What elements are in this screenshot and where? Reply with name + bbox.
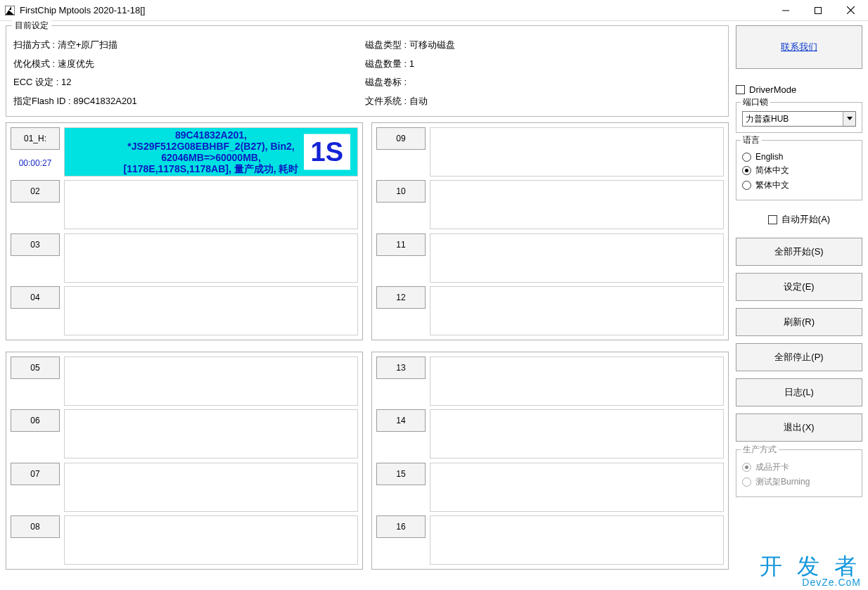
language-group: 语言 English 简体中文 繁体中文 <box>736 140 862 200</box>
port-lock-group: 端口锁 力普森HUB <box>736 102 862 133</box>
port-button-16[interactable]: 16 <box>376 515 426 538</box>
port-group-2: 09 10 11 12 <box>371 122 729 340</box>
radio-icon <box>742 463 751 472</box>
checkbox-icon <box>768 215 777 224</box>
port-slot-02: 02 <box>11 180 358 229</box>
port-info-07 <box>64 463 358 512</box>
maximize-button[interactable] <box>802 0 834 21</box>
svg-marker-5 <box>847 117 853 120</box>
port-slot-07: 07 <box>11 463 358 512</box>
production-mode-group: 生产方式 成品开卡 测试架Burning <box>736 449 862 497</box>
port-slot-01: 01_H: 00:00:27 89C41832A201, *JS29F512G0… <box>11 127 358 177</box>
port-info-15 <box>430 463 724 512</box>
lang-english-radio[interactable]: English <box>742 152 856 162</box>
settings-button[interactable]: 设定(E) <box>736 273 862 301</box>
port-info-09 <box>430 127 724 177</box>
ecc-row: ECC 设定 : 12 <box>13 77 365 88</box>
refresh-button[interactable]: 刷新(R) <box>736 308 862 336</box>
port-info-08 <box>64 515 358 565</box>
stop-all-button[interactable]: 全部停止(P) <box>736 343 862 371</box>
lang-simplified-radio[interactable]: 简体中文 <box>742 165 856 177</box>
port-button-12[interactable]: 12 <box>376 286 426 309</box>
port-slot-06: 06 <box>11 409 358 458</box>
radio-icon <box>742 153 751 162</box>
lang-traditional-radio[interactable]: 繁体中文 <box>742 179 856 191</box>
port-button-02[interactable]: 02 <box>11 180 60 203</box>
svg-rect-2 <box>815 7 822 13</box>
port-button-01[interactable]: 01_H: <box>11 127 60 150</box>
port-info-12 <box>430 286 724 335</box>
prod-mode-burning-radio[interactable]: 测试架Burning <box>742 476 856 488</box>
port-button-10[interactable]: 10 <box>376 180 426 203</box>
port-info-05 <box>64 357 358 406</box>
port-slot-03: 03 <box>11 233 358 283</box>
port-slot-05: 05 <box>11 357 358 406</box>
window-title: FirstChip Mptools 2020-11-18[] <box>20 5 145 15</box>
port-lock-select[interactable]: 力普森HUB <box>742 111 856 127</box>
close-button[interactable] <box>834 0 867 21</box>
opt-mode-row: 优化模式 : 速度优先 <box>13 58 365 70</box>
fs-row: 文件系统 : 自动 <box>365 96 455 107</box>
port-info-10 <box>430 180 724 229</box>
port-button-11[interactable]: 11 <box>376 233 426 256</box>
port-info-06 <box>64 409 358 458</box>
port-slot-04: 04 <box>11 286 358 335</box>
port-info-01: 89C41832A201, *JS29F512G08EBHBF_2(B27), … <box>64 127 358 177</box>
chevron-down-icon <box>843 112 855 126</box>
port-info-04 <box>64 286 358 335</box>
port-button-03[interactable]: 03 <box>11 233 60 256</box>
radio-icon <box>742 166 751 175</box>
port-button-07[interactable]: 07 <box>11 463 60 485</box>
checkbox-icon <box>736 85 745 94</box>
port-slot-10: 10 <box>376 180 724 229</box>
exit-button[interactable]: 退出(X) <box>736 413 862 442</box>
current-settings-group: 目前设定 扫描方式 : 清空+原厂扫描 优化模式 : 速度优先 ECC 设定 :… <box>6 25 729 117</box>
port-time-01: 00:00:27 <box>11 150 60 177</box>
start-all-button[interactable]: 全部开始(S) <box>736 238 862 266</box>
driver-mode-checkbox[interactable]: DriverMode <box>736 84 862 95</box>
port-slot-09: 09 <box>376 127 724 177</box>
port-info-03 <box>64 233 358 283</box>
disk-type-row: 磁盘类型 : 可移动磁盘 <box>365 39 455 51</box>
port-button-14[interactable]: 14 <box>376 409 426 432</box>
flashid-row: 指定Flash ID : 89C41832A201 <box>13 96 365 107</box>
port-slot-08: 08 <box>11 515 358 565</box>
port-group-4: 13 14 15 16 <box>371 352 729 570</box>
current-settings-legend: 目前设定 <box>12 20 51 32</box>
port-slot-11: 11 <box>376 233 724 283</box>
port-button-06[interactable]: 06 <box>11 409 60 432</box>
port-slot-16: 16 <box>376 515 724 565</box>
scan-mode-row: 扫描方式 : 清空+原厂扫描 <box>13 39 365 51</box>
ports-area: 01_H: 00:00:27 89C41832A201, *JS29F512G0… <box>6 122 729 570</box>
port-button-13[interactable]: 13 <box>376 357 426 379</box>
port-group-1: 01_H: 00:00:27 89C41832A201, *JS29F512G0… <box>6 122 363 340</box>
port-button-05[interactable]: 05 <box>11 357 60 379</box>
port-info-16 <box>430 515 724 565</box>
port-info-02 <box>64 180 358 229</box>
port-button-04[interactable]: 04 <box>11 286 60 309</box>
port-status-01: 1S <box>304 134 350 170</box>
port-slot-15: 15 <box>376 463 724 512</box>
port-info-14 <box>430 409 724 458</box>
port-info-13 <box>430 357 724 406</box>
contact-us-link[interactable]: 联系我们 <box>781 41 817 53</box>
contact-us-button[interactable]: 联系我们 <box>736 25 862 69</box>
port-button-08[interactable]: 08 <box>11 515 60 538</box>
port-group-3: 05 06 07 08 <box>6 352 363 570</box>
port-slot-14: 14 <box>376 409 724 458</box>
port-button-15[interactable]: 15 <box>376 463 426 485</box>
minimize-button[interactable] <box>770 0 802 21</box>
app-icon <box>4 5 15 16</box>
port-slot-13: 13 <box>376 357 724 406</box>
disk-count-row: 磁盘数量 : 1 <box>365 58 455 70</box>
port-slot-12: 12 <box>376 286 724 335</box>
prod-mode-finished-radio[interactable]: 成品开卡 <box>742 461 856 473</box>
disk-label-row: 磁盘卷标 : <box>365 77 455 88</box>
titlebar: FirstChip Mptools 2020-11-18[] <box>0 0 868 21</box>
port-button-09[interactable]: 09 <box>376 127 426 150</box>
log-button[interactable]: 日志(L) <box>736 378 862 406</box>
radio-icon <box>742 181 751 190</box>
auto-start-checkbox[interactable]: 自动开始(A) <box>736 213 862 226</box>
port-info-11 <box>430 233 724 283</box>
radio-icon <box>742 477 751 487</box>
